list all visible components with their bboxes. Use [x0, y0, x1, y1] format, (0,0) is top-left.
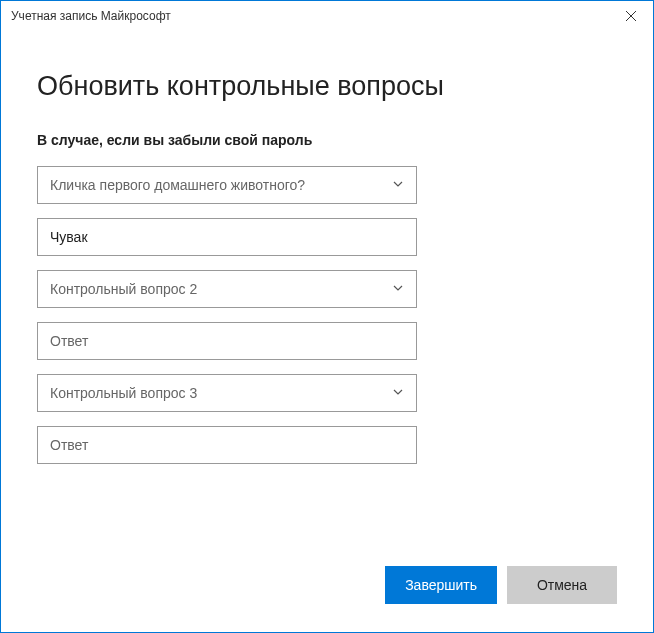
page-subtitle: В случае, если вы забыли свой пароль [37, 132, 617, 148]
chevron-down-icon [392, 177, 404, 193]
content-area: Обновить контрольные вопросы В случае, е… [1, 31, 653, 546]
dialog-footer: Завершить Отмена [1, 546, 653, 632]
security-question-3-label: Контрольный вопрос 3 [50, 385, 197, 401]
security-question-3-select[interactable]: Контрольный вопрос 3 [37, 374, 417, 412]
security-question-2-select[interactable]: Контрольный вопрос 2 [37, 270, 417, 308]
close-icon [626, 11, 636, 21]
finish-button[interactable]: Завершить [385, 566, 497, 604]
security-question-1-select[interactable]: Кличка первого домашнего животного? [37, 166, 417, 204]
chevron-down-icon [392, 281, 404, 297]
security-answer-2-input[interactable] [37, 322, 417, 360]
window-title: Учетная запись Майкрософт [11, 9, 171, 23]
security-answer-1-input[interactable] [37, 218, 417, 256]
cancel-button[interactable]: Отмена [507, 566, 617, 604]
security-answer-3-input[interactable] [37, 426, 417, 464]
close-button[interactable] [608, 1, 653, 31]
security-question-1-label: Кличка первого домашнего животного? [50, 177, 305, 193]
page-title: Обновить контрольные вопросы [37, 71, 617, 102]
security-question-2-label: Контрольный вопрос 2 [50, 281, 197, 297]
titlebar: Учетная запись Майкрософт [1, 1, 653, 31]
chevron-down-icon [392, 385, 404, 401]
